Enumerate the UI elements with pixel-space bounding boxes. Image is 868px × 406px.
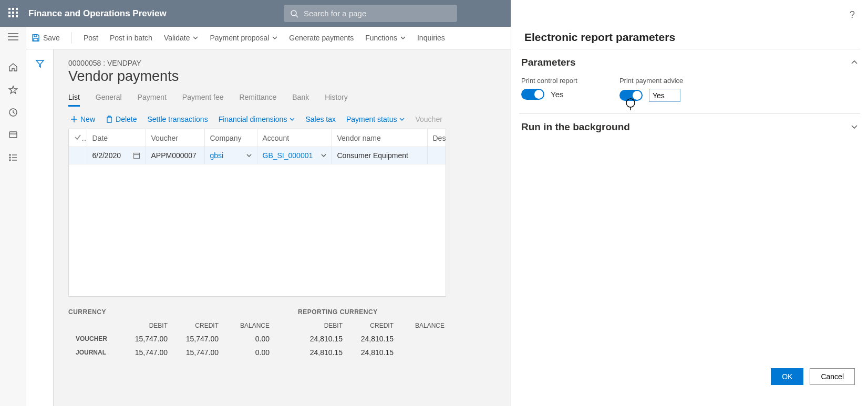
print-control-report-value: Yes [551, 90, 563, 99]
reporting-voucher-balance [401, 332, 451, 345]
breadcrumb: 00000058 : VENDPAY [54, 49, 461, 67]
reporting-journal-debit: 24,810.15 [299, 346, 349, 359]
column-vendor-name[interactable]: Vendor name [332, 129, 427, 147]
global-search[interactable] [284, 5, 457, 22]
settle-transactions-button[interactable]: Settle transactions [147, 115, 208, 123]
save-button[interactable]: Save [32, 34, 60, 42]
cell-date[interactable]: 6/2/2020 [87, 147, 146, 164]
svg-point-0 [291, 11, 296, 16]
help-icon[interactable]: ? [850, 9, 855, 20]
app-title: Finance and Operations Preview [28, 8, 167, 19]
cell-account[interactable]: GB_SI_000001 [257, 147, 332, 164]
workspaces-icon[interactable] [8, 130, 18, 141]
generate-payments-button[interactable]: Generate payments [289, 34, 354, 42]
inquiries-menu[interactable]: Inquiries [417, 34, 445, 42]
dialog-footer: OK Cancel [511, 358, 868, 406]
tab-payment-fee[interactable]: Payment fee [182, 90, 224, 107]
column-select-all[interactable] [69, 129, 87, 147]
payment-proposal-menu[interactable]: Payment proposal [210, 34, 277, 42]
reporting-journal-credit: 24,810.15 [350, 346, 400, 359]
ok-button[interactable]: OK [771, 368, 803, 385]
section-run-in-background-header[interactable]: Run in the background [519, 114, 860, 140]
svg-line-1 [296, 15, 298, 17]
tab-history[interactable]: History [325, 90, 348, 107]
home-icon[interactable] [8, 63, 18, 74]
column-account[interactable]: Account [257, 129, 332, 147]
cell-voucher[interactable]: APPM000007 [146, 147, 204, 164]
favorites-icon[interactable] [8, 85, 18, 96]
functions-menu[interactable]: Functions [365, 34, 406, 42]
validate-menu[interactable]: Validate [164, 34, 199, 42]
row-journal-label: JOURNAL [69, 346, 123, 359]
column-description[interactable]: Description [427, 129, 446, 147]
calendar-icon[interactable] [133, 152, 140, 159]
chevron-down-icon[interactable] [246, 153, 252, 158]
trash-icon [106, 116, 113, 123]
print-payment-advice-toggle[interactable] [619, 90, 643, 101]
save-icon [32, 34, 40, 42]
filter-icon [35, 59, 45, 68]
check-icon [74, 133, 81, 141]
svg-point-10 [9, 157, 11, 158]
cell-vendor-name[interactable]: Consumer Equipment [332, 147, 427, 164]
section-parameters: Parameters Print control report Yes Prin… [519, 49, 860, 114]
currency-voucher-credit: 15,747.00 [175, 332, 225, 345]
chevron-up-icon [851, 60, 858, 65]
chevron-down-icon[interactable] [321, 153, 326, 158]
chevron-down-icon [193, 36, 198, 40]
voucher-button: Voucher [415, 115, 442, 123]
currency-voucher-debit: 15,747.00 [124, 332, 174, 345]
tab-general[interactable]: General [96, 90, 122, 107]
field-print-control-report: Print control report Yes [521, 77, 577, 102]
column-company[interactable]: Company [204, 129, 257, 147]
chevron-down-icon [400, 36, 406, 40]
form-tabs: List General Payment Payment fee Remitta… [54, 90, 461, 107]
sales-tax-button[interactable]: Sales tax [305, 115, 336, 123]
modules-icon[interactable] [8, 153, 18, 164]
search-input[interactable] [304, 9, 451, 18]
lines-grid[interactable]: Date Voucher Company Account Vendor name… [68, 129, 446, 297]
currency-journal-credit: 15,747.00 [175, 346, 225, 359]
reporting-journal-balance [401, 346, 451, 359]
print-payment-advice-value-input[interactable] [649, 89, 680, 102]
column-voucher[interactable]: Voucher [146, 129, 204, 147]
table-row[interactable]: 6/2/2020 APPM000007 gbsi GB_SI_00000 [69, 147, 446, 164]
dialog-electronic-report-parameters: ? Electronic report parameters Parameter… [511, 0, 868, 406]
cancel-button[interactable]: Cancel [810, 368, 855, 385]
recent-icon[interactable] [8, 108, 18, 119]
print-control-report-toggle[interactable] [521, 89, 544, 100]
debit-header: DEBIT [124, 320, 174, 331]
left-nav-rail [0, 27, 26, 406]
currency-label: CURRENCY [68, 308, 277, 316]
search-icon [290, 9, 298, 18]
post-in-batch-button[interactable]: Post in batch [110, 34, 152, 42]
tab-bank[interactable]: Bank [292, 90, 309, 107]
debit-header: DEBIT [299, 320, 349, 331]
cell-description[interactable] [427, 147, 446, 164]
new-button[interactable]: New [70, 115, 95, 123]
column-date[interactable]: Date [87, 129, 146, 147]
delete-button[interactable]: Delete [106, 115, 137, 123]
reporting-currency-label: REPORTING CURRENCY [298, 308, 452, 316]
app-launcher-icon[interactable] [8, 8, 20, 19]
tab-payment[interactable]: Payment [138, 90, 167, 107]
currency-journal-debit: 15,747.00 [124, 346, 174, 359]
currency-journal-balance: 0.00 [226, 346, 276, 359]
row-select[interactable] [69, 147, 87, 164]
section-run-in-background: Run in the background [519, 114, 860, 140]
section-parameters-header[interactable]: Parameters [519, 49, 860, 76]
tab-remittance[interactable]: Remittance [239, 90, 276, 107]
page-title: Vendor payments [54, 67, 461, 90]
svg-point-8 [9, 154, 11, 155]
chevron-down-icon [851, 124, 858, 130]
payment-status-menu[interactable]: Payment status [346, 115, 405, 123]
filter-pane-collapsed[interactable] [26, 49, 54, 406]
cell-company[interactable]: gbsi [204, 147, 257, 164]
totals-panel: CURRENCY DEBIT CREDIT BALANCE VOUCHER 15… [54, 297, 461, 360]
balance-header: BALANCE [226, 320, 276, 331]
hamburger-icon[interactable] [8, 33, 18, 43]
financial-dimensions-menu[interactable]: Financial dimensions [219, 115, 295, 123]
chevron-down-icon [290, 117, 295, 121]
tab-list[interactable]: List [68, 90, 80, 107]
post-button[interactable]: Post [84, 34, 98, 42]
